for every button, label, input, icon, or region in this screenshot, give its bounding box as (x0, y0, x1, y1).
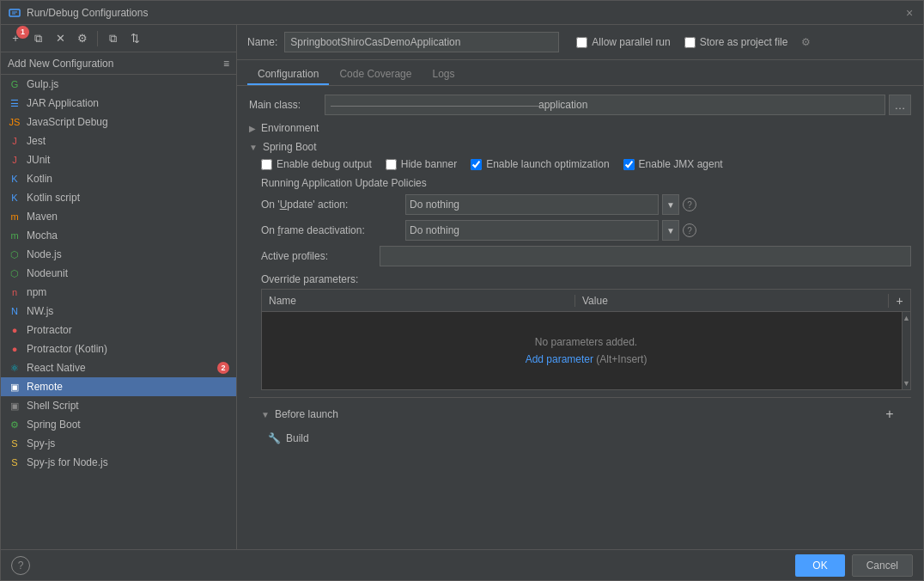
protractor-icon: ● (8, 323, 21, 337)
tab-code-coverage[interactable]: Code Coverage (329, 64, 422, 85)
on-update-row: On 'Update' action: Do nothing ▼ ? (261, 194, 911, 215)
add-config-label: Add New Configuration (8, 58, 113, 70)
enable-launch-opt-label: Enable launch optimization (486, 158, 609, 170)
cancel-button[interactable]: Cancel (852, 554, 913, 577)
environment-section[interactable]: ▶ Environment (249, 122, 911, 134)
settings-gear-icon[interactable]: ⚙ (801, 36, 811, 48)
spy-js-icon: S (8, 437, 21, 450)
on-frame-select[interactable]: Do nothing (405, 220, 659, 241)
on-update-select-wrap: Do nothing ▼ ? (405, 194, 696, 215)
add-param-link[interactable]: Add parameter (Alt+Insert) (526, 353, 647, 365)
copy-config-btn2[interactable]: ⧉ (103, 29, 122, 48)
allow-parallel-label: Allow parallel run (592, 36, 670, 48)
list-item-gulpjs[interactable]: GGulp.js (1, 75, 236, 94)
list-item-protractor-kotlin[interactable]: ●Protractor (Kotlin) (1, 339, 236, 358)
enable-launch-opt-input[interactable] (471, 159, 482, 170)
main-class-browse-button[interactable]: … (889, 95, 911, 115)
list-item-maven[interactable]: mMaven (1, 207, 236, 226)
enable-debug-output-label: Enable debug output (277, 158, 372, 170)
delete-config-button[interactable]: ✕ (51, 29, 70, 48)
params-name-col-header: Name (262, 295, 575, 307)
settings-config-button[interactable]: ⚙ (73, 29, 92, 48)
enable-launch-opt-check[interactable]: Enable launch optimization (471, 158, 609, 170)
on-frame-select-wrap: Do nothing ▼ ? (405, 220, 696, 241)
store-project-label: Store as project file (700, 36, 788, 48)
enable-debug-output-input[interactable] (261, 159, 272, 170)
sort-button[interactable]: ⇅ (125, 29, 144, 48)
spring-boot-section-header[interactable]: ▼ Spring Boot (249, 141, 911, 153)
help-button[interactable]: ? (11, 556, 30, 575)
list-item-junit[interactable]: JJUnit (1, 150, 236, 169)
on-update-select[interactable]: Do nothing (405, 194, 659, 215)
name-input[interactable] (284, 32, 559, 52)
javascript-debug-icon: JS (8, 115, 21, 129)
ok-button[interactable]: OK (795, 554, 844, 577)
title-bar: Run/Debug Configurations × (1, 1, 923, 25)
list-item-nodejs[interactable]: ⬡Node.js (1, 245, 236, 264)
enable-debug-output-check[interactable]: Enable debug output (261, 158, 372, 170)
add-build-button[interactable]: + (880, 405, 899, 424)
list-item-protractor[interactable]: ●Protractor (1, 321, 236, 339)
list-item-spy-js-node[interactable]: SSpy-js for Node.js (1, 453, 236, 472)
add-new-config-bar[interactable]: Add New Configuration ≡ (1, 52, 236, 75)
tab-logs[interactable]: Logs (422, 64, 465, 85)
on-update-dropdown-arrow[interactable]: ▼ (662, 194, 679, 215)
sort-icon: ⇅ (131, 32, 140, 45)
scroll-down-arrow[interactable]: ▼ (903, 377, 911, 389)
mocha-icon: m (8, 229, 21, 242)
config-list: GGulp.js☰JAR ApplicationJSJavaScript Deb… (1, 75, 236, 549)
list-item-npm[interactable]: nnpm (1, 283, 236, 302)
on-update-label: On 'Update' action: (261, 199, 398, 211)
list-item-jest[interactable]: JJest (1, 131, 236, 150)
nodeunit-icon: ⬡ (8, 266, 21, 280)
react-native-label: React Native (27, 362, 86, 374)
store-project-input[interactable] (684, 37, 696, 48)
list-item-kotlin-script[interactable]: KKotlin script (1, 188, 236, 207)
list-item-jar-application[interactable]: ☰JAR Application (1, 94, 236, 113)
tab-configuration[interactable]: Configuration (247, 64, 329, 85)
on-update-help-icon[interactable]: ? (683, 198, 696, 211)
allow-parallel-checkbox[interactable]: Allow parallel run (576, 36, 670, 48)
window-title: Run/Debug Configurations (27, 7, 903, 19)
main-class-label: Main class: (249, 99, 318, 111)
active-profiles-input[interactable] (380, 246, 911, 266)
copy-config-button[interactable]: ⧉ (28, 29, 47, 48)
list-item-remote[interactable]: ▣Remote (1, 377, 236, 396)
params-table: Name Value + No parameters added. Add pa… (261, 289, 911, 390)
list-item-spring-boot[interactable]: ⚙Spring Boot (1, 415, 236, 434)
copy2-icon: ⧉ (109, 32, 117, 46)
list-item-shell-script[interactable]: ▣Shell Script (1, 396, 236, 415)
list-item-javascript-debug[interactable]: JSJavaScript Debug (1, 113, 236, 131)
add-config-button[interactable]: + 1 (6, 29, 25, 48)
params-value-col-header: Value (575, 295, 888, 307)
kotlin-script-icon: K (8, 191, 21, 205)
maven-icon: m (8, 210, 21, 223)
react-native-icon: ⚛ (8, 361, 21, 375)
toolbar-sep-1 (97, 31, 98, 46)
list-item-mocha[interactable]: mMocha (1, 226, 236, 245)
before-launch-triangle-icon[interactable]: ▼ (261, 410, 270, 419)
store-project-checkbox[interactable]: Store as project file (684, 36, 788, 48)
add-badge: 1 (16, 26, 29, 39)
remote-icon: ▣ (8, 380, 21, 394)
on-frame-dropdown-arrow[interactable]: ▼ (662, 220, 679, 241)
right-panel: Name: Allow parallel run Store as projec… (237, 25, 923, 549)
enable-jmx-input[interactable] (623, 159, 635, 170)
list-item-nodeunit[interactable]: ⬡Nodeunit (1, 264, 236, 283)
params-add-button[interactable]: + (888, 294, 910, 308)
settings-icon: ⚙ (77, 32, 88, 45)
hide-banner-input[interactable] (386, 159, 397, 170)
close-button[interactable]: × (903, 6, 916, 20)
enable-jmx-check[interactable]: Enable JMX agent (623, 158, 723, 170)
window-icon (8, 6, 21, 20)
list-item-spy-js[interactable]: SSpy-js (1, 434, 236, 453)
scroll-up-arrow[interactable]: ▲ (903, 312, 911, 324)
gulpjs-label: Gulp.js (27, 78, 58, 90)
list-item-nwjs[interactable]: NNW.js (1, 302, 236, 321)
hide-banner-check[interactable]: Hide banner (386, 158, 457, 170)
nodejs-label: Node.js (27, 248, 62, 260)
on-frame-help-icon[interactable]: ? (683, 223, 696, 237)
list-item-kotlin[interactable]: KKotlin (1, 169, 236, 188)
allow-parallel-input[interactable] (576, 37, 587, 48)
list-item-react-native[interactable]: ⚛React Native2 (1, 358, 236, 377)
